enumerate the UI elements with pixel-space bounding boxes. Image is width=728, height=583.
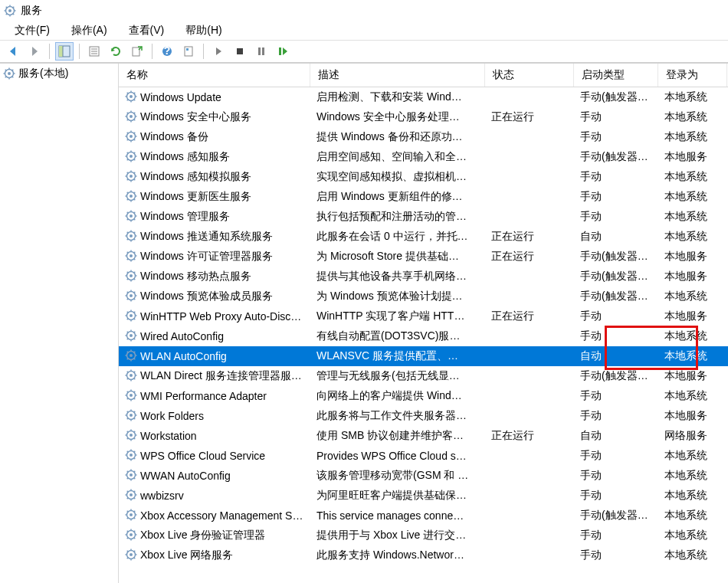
cell-name: Work Folders xyxy=(119,409,310,424)
menu-action[interactable]: 操作(A) xyxy=(61,22,118,39)
separator xyxy=(203,44,204,59)
stop-service-button[interactable] xyxy=(231,42,249,61)
cell-name: WWAN AutoConfig xyxy=(119,469,310,483)
help-button[interactable]: ? xyxy=(158,42,176,61)
column-startup[interactable]: 启动类型 xyxy=(574,64,658,87)
restart-service-button[interactable] xyxy=(274,42,292,61)
forward-button[interactable] xyxy=(25,42,44,61)
cell-name: WLAN AutoConfig xyxy=(119,349,310,364)
export-button[interactable] xyxy=(128,42,146,61)
show-hide-tree-button[interactable] xyxy=(55,42,74,61)
tree-node-services[interactable]: 服务(本地) xyxy=(0,65,118,82)
service-row[interactable]: Workstation使用 SMB 协议创建并维护客…正在运行自动网络服务 xyxy=(119,426,728,446)
service-row[interactable]: Windows 预览体验成员服务为 Windows 预览体验计划提…手动(触发器… xyxy=(119,287,728,306)
service-row[interactable]: Windows 移动热点服务提供与其他设备共享手机网络…手动(触发器…本地服务 xyxy=(119,267,728,287)
service-icon xyxy=(125,270,137,284)
service-icon xyxy=(125,349,137,364)
service-icon xyxy=(125,290,137,304)
service-row[interactable]: wwbizsrv为阿里旺旺客户端提供基础保…手动本地系统 xyxy=(119,486,728,506)
service-description: 此服务支持 Windows.Networ… xyxy=(310,549,485,562)
titlebar: 服务 xyxy=(0,0,728,21)
service-description: 提供 Windows 备份和还原功… xyxy=(310,130,485,144)
service-row[interactable]: Xbox Live 网络服务此服务支持 Windows.Networ…手动本地系… xyxy=(119,545,728,565)
service-row[interactable]: WMI Performance Adapter向网络上的客户端提供 Wind…手… xyxy=(119,386,728,406)
start-service-button[interactable] xyxy=(209,42,228,61)
service-logon: 网络服务 xyxy=(658,429,727,443)
service-row[interactable]: Windows 备份提供 Windows 备份和还原功…手动本地系统 xyxy=(119,127,728,147)
column-logon[interactable]: 登录为 xyxy=(658,64,727,87)
cell-name: Windows 移动热点服务 xyxy=(119,270,310,284)
arrow-left-icon xyxy=(7,45,19,57)
service-name: WPS Office Cloud Service xyxy=(140,450,265,462)
service-row[interactable]: Windows 管理服务执行包括预配和注册活动的管…手动本地系统 xyxy=(119,207,728,227)
service-icon xyxy=(125,170,137,185)
service-logon: 本地系统 xyxy=(658,110,727,124)
service-logon: 本地系统 xyxy=(658,190,727,204)
back-button[interactable] xyxy=(4,42,22,61)
service-name: Wired AutoConfig xyxy=(140,330,224,342)
play-icon xyxy=(212,45,225,57)
service-row[interactable]: Work Folders此服务将与工作文件夹服务器…手动本地服务 xyxy=(119,406,728,426)
menu-file[interactable]: 文件(F) xyxy=(4,22,61,39)
service-logon: 本地服务 xyxy=(658,409,727,423)
service-row[interactable]: WinHTTP Web Proxy Auto-Disc…WinHTTP 实现了客… xyxy=(119,306,728,326)
service-row[interactable]: Windows 安全中心服务Windows 安全中心服务处理…正在运行手动本地系… xyxy=(119,107,728,127)
service-icon xyxy=(125,429,137,444)
column-name[interactable]: 名称 xyxy=(119,64,310,87)
cell-name: Windows 预览体验成员服务 xyxy=(119,290,310,304)
service-name: Windows 感知模拟服务 xyxy=(140,170,251,184)
service-list[interactable]: Windows Update启用检测、下载和安装 Wind…手动(触发器…本地系… xyxy=(119,87,728,583)
service-startup: 手动(触发器… xyxy=(574,509,658,522)
svg-rect-11 xyxy=(59,46,63,57)
service-startup: 手动 xyxy=(574,210,658,224)
service-row[interactable]: WLAN Direct 服务连接管理器服…管理与无线服务(包括无线显…手动(触发… xyxy=(119,366,728,386)
column-status[interactable]: 状态 xyxy=(485,64,574,87)
service-row[interactable]: Windows 感知模拟服务实现空间感知模拟、虚拟相机…手动本地系统 xyxy=(119,167,728,187)
service-row[interactable]: Wired AutoConfig有线自动配置(DOT3SVC)服…手动本地系统 xyxy=(119,326,728,346)
service-icon xyxy=(125,110,137,125)
service-status: 正在运行 xyxy=(485,310,574,323)
service-row[interactable]: Windows 更新医生服务启用 Windows 更新组件的修…手动本地系统 xyxy=(119,187,728,207)
service-description: 为阿里旺旺客户端提供基础保… xyxy=(310,489,485,503)
service-row[interactable]: Xbox Live 身份验证管理器提供用于与 Xbox Live 进行交…手动本… xyxy=(119,526,728,545)
menu-view[interactable]: 查看(V) xyxy=(118,22,175,39)
service-name: Xbox Live 网络服务 xyxy=(140,549,233,562)
service-row[interactable]: WLAN AutoConfigWLANSVC 服务提供配置、…自动本地系统 xyxy=(119,346,728,366)
service-icon xyxy=(125,310,137,324)
service-description: 提供用于与 Xbox Live 进行交… xyxy=(310,529,485,542)
refresh-button[interactable] xyxy=(107,42,125,61)
list-icon xyxy=(88,45,100,57)
pause-service-button[interactable] xyxy=(252,42,271,61)
svg-rect-17 xyxy=(133,47,139,56)
menu-help[interactable]: 帮助(H) xyxy=(175,22,232,39)
service-startup: 手动 xyxy=(574,190,658,204)
service-startup: 手动(触发器… xyxy=(574,369,658,383)
service-row[interactable]: Windows 推送通知系统服务此服务在会话 0 中运行，并托…正在运行自动本地… xyxy=(119,227,728,247)
service-row[interactable]: WPS Office Cloud ServiceProvides WPS Off… xyxy=(119,446,728,466)
service-row[interactable]: Windows 许可证管理器服务为 Microsoft Store 提供基础…正… xyxy=(119,247,728,267)
service-logon: 本地系统 xyxy=(658,509,727,522)
column-description[interactable]: 描述 xyxy=(310,64,485,87)
service-description: 启用空间感知、空间输入和全… xyxy=(310,150,485,164)
service-startup: 手动(触发器… xyxy=(574,270,658,283)
service-logon: 本地系统 xyxy=(658,329,727,343)
service-name: Windows 更新医生服务 xyxy=(140,190,251,204)
properties-button[interactable] xyxy=(85,42,103,61)
restart-icon xyxy=(277,45,289,57)
cell-name: wwbizsrv xyxy=(119,489,310,503)
service-description: Windows 安全中心服务处理… xyxy=(310,110,485,124)
service-row[interactable]: Xbox Accessory Management S…This service… xyxy=(119,506,728,526)
service-name: WinHTTP Web Proxy Auto-Disc… xyxy=(140,310,301,323)
service-startup: 手动 xyxy=(574,549,658,562)
properties-sheet-button[interactable] xyxy=(179,42,198,61)
menubar: 文件(F) 操作(A) 查看(V) 帮助(H) xyxy=(0,21,728,40)
service-icon xyxy=(125,190,137,205)
cell-name: Windows 管理服务 xyxy=(119,210,310,224)
service-row[interactable]: WWAN AutoConfig该服务管理移动宽带(GSM 和 …手动本地系统 xyxy=(119,466,728,486)
svg-text:?: ? xyxy=(164,45,171,57)
service-row[interactable]: Windows 感知服务启用空间感知、空间输入和全…手动(触发器…本地服务 xyxy=(119,147,728,167)
service-name: Windows 许可证管理器服务 xyxy=(140,250,273,264)
service-logon: 本地服务 xyxy=(658,250,727,264)
cell-name: Windows 感知服务 xyxy=(119,150,310,165)
service-row[interactable]: Windows Update启用检测、下载和安装 Wind…手动(触发器…本地系… xyxy=(119,87,728,107)
